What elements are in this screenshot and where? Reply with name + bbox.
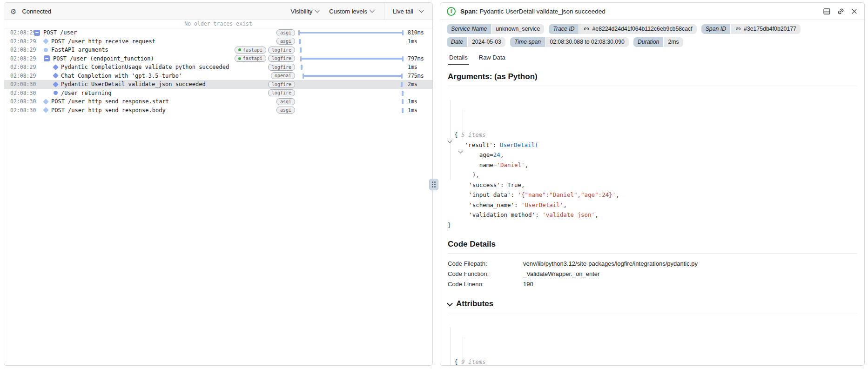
code-token: 'success' <box>469 181 500 188</box>
meta-badge: Service Nameunknown_service <box>447 24 544 34</box>
row-tree: /User returning <box>30 90 268 96</box>
tag-badge: logfire <box>268 81 295 88</box>
code-token <box>448 181 469 188</box>
duration-bar-cap <box>298 30 300 35</box>
code-details-table: Code Filepath:venv/lib/python3.12/site-p… <box>448 259 857 289</box>
span-diamond-icon <box>43 107 49 113</box>
close-icon[interactable] <box>851 8 858 15</box>
code-token: 9 items <box>461 358 486 365</box>
link-icon[interactable] <box>835 6 846 17</box>
code-token <box>448 161 479 168</box>
code-line: 'schema_name': 'UserDetail', <box>448 200 857 210</box>
badge-value[interactable]: #3e175db4f0b20177 <box>731 24 801 34</box>
arguments-section-title: Arguments: (as Python) <box>448 72 857 81</box>
duration-bar-tick <box>402 108 404 113</box>
row-timestamp: 02:08:29 <box>4 64 30 70</box>
code-token <box>448 211 469 218</box>
row-tree: POST /user http send response.start <box>30 98 276 105</box>
trace-row[interactable]: 02:08:30Pydantic UserDetail validate_jso… <box>4 80 432 89</box>
visibility-dropdown[interactable]: Visibility <box>291 8 319 15</box>
trace-row[interactable]: 02:08:29Pydantic CompletionUsage validat… <box>4 63 432 72</box>
trace-row[interactable]: 02:08:30POST /user http send response.bo… <box>4 106 432 115</box>
code-details-section-title: Code Details <box>448 240 857 249</box>
code-token: : True, <box>500 181 525 188</box>
row-duration: 1ms <box>404 64 432 70</box>
divider <box>448 86 857 86</box>
chevron-down-icon <box>315 8 320 13</box>
duration-bar-tick <box>402 99 404 104</box>
row-label: Chat Completion with 'gpt-3.5-turbo' <box>61 73 182 79</box>
badge-value[interactable]: #e8224d24d41f064b112c6eb9cb58cacf <box>579 24 696 34</box>
duration-bar <box>298 46 404 54</box>
trace-row[interactable]: 02:08:30POST /user http send response.st… <box>4 97 432 106</box>
tab-details[interactable]: Details <box>448 53 469 65</box>
gear-icon[interactable]: ⚙ <box>10 8 16 15</box>
chevron-down-icon <box>370 8 374 13</box>
meta-badge: Time span02:08:30.088 to 02:08:30.090 <box>510 37 629 47</box>
tag-badge: asgi <box>276 98 295 105</box>
collapse-node-icon[interactable] <box>44 55 50 61</box>
row-label: Pydantic CompletionUsage validate_python… <box>61 64 229 70</box>
row-tags: asgi <box>276 38 295 45</box>
badge-label: Date <box>447 37 467 47</box>
trace-row[interactable]: 02:08:29FastAPI argumentsfastapilogfire <box>4 46 432 54</box>
trace-row[interactable]: 02:08:29POST /userasgi810ms <box>4 28 432 37</box>
indent-guide <box>450 327 451 366</box>
custom-levels-dropdown[interactable]: Custom levels <box>329 8 374 15</box>
duration-bar-line <box>298 32 404 34</box>
trace-row[interactable]: 02:08:29POST /user (endpoint_function)fa… <box>4 54 432 63</box>
trace-row[interactable]: 02:08:29Chat Completion with 'gpt-3.5-tu… <box>4 72 432 81</box>
row-label: /User returning <box>61 90 111 96</box>
row-timestamp: 02:08:29 <box>4 29 30 36</box>
row-tags: asgi <box>276 98 295 105</box>
live-tail-dropdown[interactable]: Live tail <box>393 8 423 15</box>
detail-content: Arguments: (as Python) { 5 items 'result… <box>440 72 864 366</box>
collapse-node-icon[interactable] <box>34 30 40 36</box>
row-duration: 797ms <box>404 55 432 62</box>
duration-bar-cap <box>303 74 304 79</box>
code-detail-label: Code Filepath: <box>448 259 523 269</box>
duration-bar-tick <box>299 39 301 44</box>
connection-status: Connected <box>22 8 51 15</box>
row-tree: Pydantic UserDetail validate_json succee… <box>30 81 268 87</box>
code-token: 'UserDetail' <box>521 201 563 208</box>
row-label: POST /user (endpoint_function) <box>53 55 154 62</box>
duration-bar <box>298 89 404 98</box>
duration-bar-cap <box>402 56 404 61</box>
badge-label: Service Name <box>447 24 491 34</box>
code-token: 'Daniel' <box>497 161 525 168</box>
meta-badge: Span ID#3e175db4f0b20177 <box>701 24 801 34</box>
duration-bar-tick <box>401 82 403 87</box>
span-diamond-icon <box>53 73 59 79</box>
detail-tabs: DetailsRaw Data <box>440 48 864 65</box>
row-tags: logfire <box>268 64 295 71</box>
badge-label: Span ID <box>701 24 730 34</box>
row-duration: 1ms <box>404 38 432 45</box>
trace-row[interactable]: 02:08:30/User returninglogfire <box>4 89 432 98</box>
row-duration: 775ms <box>404 73 432 79</box>
row-tree: POST /user <box>30 29 276 36</box>
row-label: POST /user http send response.body <box>51 107 166 114</box>
panel-splitter-drag-handle-icon[interactable] <box>429 179 438 190</box>
duration-bar-line <box>300 58 404 60</box>
dock-panel-icon[interactable] <box>823 7 831 15</box>
code-token: 'result' <box>465 141 493 148</box>
row-timestamp: 02:08:29 <box>4 73 30 79</box>
code-detail-row: Code Lineno:190 <box>448 279 857 289</box>
row-tags: fastapilogfire <box>235 47 295 54</box>
span-detail-panel: i Span:Pydantic UserDetail validate_json… <box>440 2 865 366</box>
code-token: UserDetail( <box>500 141 538 148</box>
indent-guide <box>463 110 463 140</box>
duration-bar <box>298 106 404 115</box>
duration-bar-line <box>303 75 403 77</box>
code-token: name= <box>479 161 497 168</box>
row-tags: fastapilogfire <box>235 55 295 62</box>
duration-bar-cap <box>402 30 404 35</box>
tab-raw-data[interactable]: Raw Data <box>478 53 507 65</box>
collapse-chevron-icon[interactable] <box>447 300 453 306</box>
trace-row[interactable]: 02:08:29POST /user http receive requesta… <box>4 37 432 46</box>
row-timestamp: 02:08:29 <box>4 55 30 62</box>
row-timestamp: 02:08:30 <box>4 81 30 87</box>
code-token: 'validate_json' <box>542 211 595 218</box>
tag-badge: openai <box>271 72 295 79</box>
